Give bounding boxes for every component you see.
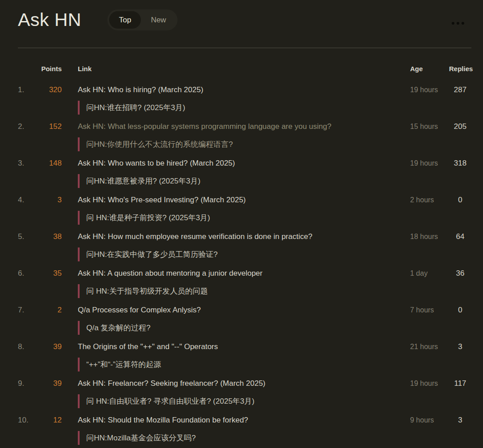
story-replies[interactable]: 3: [449, 341, 471, 353]
story-replies[interactable]: 0: [449, 194, 471, 206]
story-link-cell: Ask HN: Who's Pre-seed Investing? (March…: [78, 194, 410, 225]
story-points: 38: [31, 231, 62, 243]
story-age: 19 hours: [410, 84, 449, 96]
story-rank: 7.: [18, 304, 31, 316]
story-replies[interactable]: 318: [449, 158, 471, 169]
story-row: 3. 148 Ask HN: Who wants to be hired? (M…: [0, 158, 483, 194]
col-header-age: Age: [410, 64, 449, 73]
story-rank: 3.: [18, 158, 31, 169]
col-header-replies: Replies: [449, 64, 471, 73]
story-title-link[interactable]: Ask HN: Who is hiring? (March 2025): [78, 84, 203, 96]
story-points: 39: [31, 378, 62, 389]
story-points: 148: [31, 158, 62, 169]
story-link-cell: Ask HN: A question about mentoring a jun…: [78, 268, 410, 298]
story-translation: 问HN:在实践中做了多少员工简历验证?: [78, 247, 410, 261]
story-row: 9. 39 Ask HN: Freelancer? Seeking freela…: [0, 378, 483, 414]
ask-hn-page: Ask HN Top New Points Link Age Replies 1…: [0, 9, 483, 448]
story-translation: 问 HN:关于指导初级开发人员的问题: [78, 284, 410, 298]
story-title-link[interactable]: Ask HN: Should the Mozilla Foundation be…: [78, 414, 248, 426]
story-rank: 2.: [18, 121, 31, 132]
story-title-link[interactable]: Q/a Processes for Complex Anlysis?: [78, 304, 201, 316]
story-row: 1. 320 Ask HN: Who is hiring? (March 202…: [0, 84, 483, 121]
story-row: 5. 38 Ask HN: How much employee resume v…: [0, 231, 483, 268]
story-replies[interactable]: 3: [449, 414, 471, 426]
story-title-link[interactable]: Ask HN: A question about mentoring a jun…: [78, 268, 263, 279]
story-link-cell: Ask HN: Who is hiring? (March 2025) 问HN:…: [78, 84, 410, 115]
story-age: 18 hours: [410, 231, 449, 243]
ellipsis-icon: [457, 22, 459, 25]
story-age: 19 hours: [410, 378, 449, 389]
story-row: 4. 3 Ask HN: Who's Pre-seed Investing? (…: [0, 194, 483, 231]
story-row: 8. 39 The Origins of the "++" and "--" O…: [0, 341, 483, 378]
story-rank: 1.: [18, 84, 31, 96]
story-link-cell: The Origins of the "++" and "--" Operato…: [78, 341, 410, 371]
story-title-link[interactable]: Ask HN: What less-popular systems progra…: [78, 121, 331, 132]
story-title-link[interactable]: Ask HN: How much employee resume verific…: [78, 231, 312, 243]
story-title-link[interactable]: Ask HN: Who wants to be hired? (March 20…: [78, 158, 235, 169]
story-rank: 8.: [18, 341, 31, 353]
story-age: 1 day: [410, 268, 449, 279]
ellipsis-icon: [462, 22, 464, 25]
story-translation: 问 HN:自由职业者? 寻求自由职业者? (2025年3月): [78, 394, 410, 408]
story-translation: 问HN:Mozilla基金会应该分叉吗?: [78, 431, 410, 445]
story-age: 7 hours: [410, 304, 449, 316]
story-points: 12: [31, 414, 62, 426]
col-header-points: Points: [31, 64, 62, 73]
story-title-link[interactable]: The Origins of the "++" and "--" Operato…: [78, 341, 218, 353]
story-age: 2 hours: [410, 194, 449, 206]
story-age: 9 hours: [410, 414, 449, 426]
story-replies[interactable]: 117: [449, 378, 471, 389]
story-points: 152: [31, 121, 62, 132]
story-translation: 问HN:谁愿意被录用? (2025年3月): [78, 174, 410, 188]
story-row: 6. 35 Ask HN: A question about mentoring…: [0, 268, 483, 304]
story-points: 35: [31, 268, 62, 279]
story-link-cell: Ask HN: Freelancer? Seeking freelancer? …: [78, 378, 410, 408]
story-rank: 5.: [18, 231, 31, 243]
story-title-link[interactable]: Ask HN: Who's Pre-seed Investing? (March…: [78, 194, 246, 206]
col-spacer: [62, 64, 78, 73]
feed-toggle: Top New: [107, 9, 178, 30]
overflow-menu-button[interactable]: [451, 20, 465, 26]
story-age: 19 hours: [410, 158, 449, 169]
story-translation: Q/a 复杂解的过程?: [78, 321, 410, 335]
story-age: 15 hours: [410, 121, 449, 132]
story-row: 7. 2 Q/a Processes for Complex Anlysis? …: [0, 304, 483, 341]
story-replies[interactable]: 205: [449, 121, 471, 132]
story-row: 2. 152 Ask HN: What less-popular systems…: [0, 121, 483, 158]
tab-new[interactable]: New: [141, 11, 176, 29]
story-link-cell: Q/a Processes for Complex Anlysis? Q/a 复…: [78, 304, 410, 335]
story-replies[interactable]: 287: [449, 84, 471, 96]
story-replies[interactable]: 0: [449, 304, 471, 316]
story-rank: 6.: [18, 268, 31, 279]
story-points: 3: [31, 194, 62, 206]
app-header: Ask HN Top New: [18, 9, 465, 30]
story-replies[interactable]: 36: [449, 268, 471, 279]
story-link-cell: Ask HN: Who wants to be hired? (March 20…: [78, 158, 410, 188]
story-title-link[interactable]: Ask HN: Freelancer? Seeking freelancer? …: [78, 378, 266, 389]
story-link-cell: Ask HN: Should the Mozilla Foundation be…: [78, 414, 410, 445]
story-points: 2: [31, 304, 62, 316]
page-title: Ask HN: [18, 9, 81, 30]
story-rank: 9.: [18, 378, 31, 389]
story-replies[interactable]: 64: [449, 231, 471, 243]
story-translation: 问HN:谁在招聘? (2025年3月): [78, 101, 410, 115]
story-points: 320: [31, 84, 62, 96]
story-points: 39: [31, 341, 62, 353]
story-rank: 10.: [18, 414, 31, 426]
col-header-rank: [18, 64, 31, 73]
story-link-cell: Ask HN: How much employee resume verific…: [78, 231, 410, 261]
col-header-link: Link: [78, 64, 410, 73]
story-age: 21 hours: [410, 341, 449, 353]
header-divider: [18, 47, 471, 48]
story-translation: “++”和“-”运算符的起源: [78, 358, 410, 371]
story-translation: 问HN:你使用什么不太流行的系统编程语言?: [78, 137, 410, 151]
ellipsis-icon: [452, 22, 454, 25]
story-translation: 问 HN:谁是种子前投资? (2025年3月): [78, 211, 410, 225]
story-list: 1. 320 Ask HN: Who is hiring? (March 202…: [0, 84, 483, 448]
story-rank: 4.: [18, 194, 31, 206]
story-row: 10. 12 Ask HN: Should the Mozilla Founda…: [0, 414, 483, 448]
table-header: Points Link Age Replies: [0, 64, 483, 73]
story-link-cell: Ask HN: What less-popular systems progra…: [78, 121, 410, 151]
tab-top[interactable]: Top: [109, 11, 141, 29]
